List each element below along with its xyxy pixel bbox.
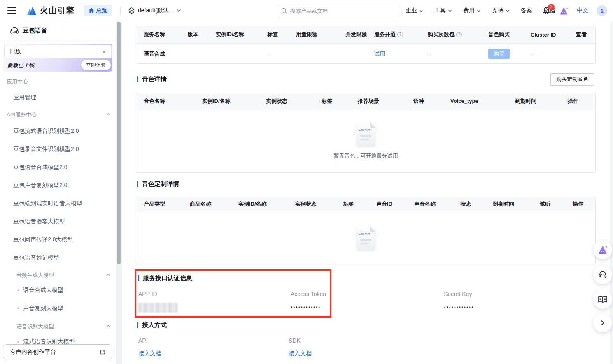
column-header: 操作	[568, 97, 595, 105]
sidebar-item-api-1[interactable]: 豆包录音文件识别模型2.0	[13, 146, 79, 153]
column-header: 试听	[540, 200, 573, 208]
api-label: API	[138, 337, 148, 344]
chevron-down-icon	[477, 9, 481, 12]
home-icon	[89, 8, 94, 13]
column-header: 实例ID/名称	[238, 200, 295, 208]
column-header: 声音名称	[414, 200, 461, 208]
chevron-up-icon[interactable]	[106, 113, 110, 116]
api-doc-link[interactable]: 接入文档	[138, 350, 161, 357]
sidebar-item-api-3[interactable]: 豆包声音复刻模型2.0	[13, 182, 67, 189]
volcengine-logo[interactable]: 火山引擎	[26, 5, 75, 16]
menu-icp[interactable]: 备案	[521, 7, 532, 14]
secret-key-value: ************	[444, 305, 474, 311]
sidebar-header: AI 豆包语音	[0, 21, 116, 40]
chevron-down-icon	[419, 9, 423, 12]
sidebar-item-voice-clone-large[interactable]: 声音复刻大模型	[23, 305, 63, 312]
bullet-dot	[17, 289, 19, 291]
column-header: 服务开通?	[374, 31, 428, 38]
cluster-id-value: --	[531, 51, 576, 57]
empty-state-text: 暂无音色，可开通服务试用	[334, 152, 398, 160]
audio-creation-platform-link[interactable]: 有声内容创作平台	[3, 344, 112, 359]
column-header: 音色购买	[488, 31, 531, 38]
section-accent-bar	[137, 76, 138, 82]
column-header: 状态	[461, 200, 493, 208]
menu-support[interactable]: 支持	[492, 7, 510, 14]
navbar-menus: 企业 工具 费用 支持 备案 文档	[406, 0, 555, 21]
column-header: 语种	[413, 97, 450, 105]
custom-table-header: 产品类型 商品名称 实例ID/名称 实例状态 标签 声音ID 声音名称 状态 到…	[136, 197, 595, 211]
group-audio-gen: 音频生成大模型	[16, 271, 54, 279]
project-selector[interactable]: default(默认...	[128, 7, 181, 14]
column-header: 服务名称	[144, 31, 188, 38]
docs-float-button[interactable]	[593, 290, 612, 309]
custom-section-title: 音色定制详情	[137, 180, 179, 188]
custom-voice-table: 产品类型 商品名称 实例ID/名称 实例状态 标签 声音ID 声音名称 状态 到…	[136, 197, 596, 265]
chevron-up-icon[interactable]	[106, 274, 110, 276]
sidebar-item-api-4[interactable]: 豆包端到端实时语音大模型	[13, 200, 82, 207]
help-icon[interactable]: ?	[397, 32, 403, 37]
column-header: 产品类型	[144, 200, 190, 208]
package-value: --	[428, 51, 488, 57]
book-icon	[598, 295, 608, 304]
sidebar-item-app-management[interactable]: 应用管理	[13, 94, 36, 101]
chevron-up-icon[interactable]	[106, 325, 110, 327]
sdk-label: SDK	[289, 337, 301, 344]
secret-key-label: Secret Key	[444, 291, 472, 297]
menu-enterprise[interactable]: 企业	[406, 7, 423, 14]
sidebar-item-api-5[interactable]: 豆包语音播客大模型	[13, 218, 65, 225]
column-header: 到期时间	[515, 97, 568, 105]
trial-link[interactable]: 试用	[374, 51, 385, 57]
chevron-down-icon	[102, 50, 106, 53]
try-now-button[interactable]: 立即体验	[81, 60, 111, 70]
group-asr: 语音识别大模型	[16, 323, 54, 330]
sidebar-item-api-6[interactable]: 豆包同声传译2.0大模型	[13, 236, 73, 243]
notifications-button[interactable]: 2	[543, 7, 551, 15]
ai-assistant-icon[interactable]	[559, 6, 569, 15]
sidebar-item-api-7[interactable]: 豆包语音妙记模型	[13, 254, 59, 262]
support-float-button[interactable]	[593, 265, 612, 284]
navbar-divider	[120, 7, 121, 15]
top-navbar: 火山引擎 总览 default(默认... 企业 工具	[0, 0, 613, 21]
sidebar-item-api-0[interactable]: 豆包流式语音识别模型2.0	[13, 128, 79, 135]
menu-tools[interactable]: 工具	[434, 7, 452, 14]
group-api-center: API服务中心	[7, 111, 37, 118]
custom-table-empty-state: EMPTY	[136, 211, 595, 265]
bullet-dot	[17, 307, 19, 309]
search-box	[277, 5, 400, 17]
service-tag: –	[267, 51, 296, 57]
help-icon[interactable]: ?	[456, 32, 462, 37]
main-content: 服务名称 版本 实例ID/名称 标签 用量限额 并发限额 服务开通? 购买次数包…	[122, 21, 613, 364]
new-version-text: 新版已上线	[7, 62, 34, 69]
hamburger-menu-icon[interactable]	[7, 7, 16, 14]
ai-assistant-icon	[597, 245, 608, 255]
ai-assistant-float-button[interactable]	[593, 240, 612, 259]
overview-button[interactable]: 总览	[84, 5, 112, 16]
language-switcher[interactable]: 中文	[577, 7, 588, 14]
layers-icon	[128, 7, 135, 14]
search-input[interactable]	[290, 8, 396, 14]
main-scrollbar-track	[610, 21, 613, 364]
version-select[interactable]: 旧版	[4, 45, 112, 58]
chevron-down-icon	[177, 9, 181, 12]
menu-billing[interactable]: 费用	[463, 7, 481, 14]
buy-custom-voice-button[interactable]: 购买定制音色	[550, 73, 594, 86]
column-header: 实例ID/名称	[216, 31, 267, 38]
collapse-float-button[interactable]	[593, 313, 612, 332]
headset-ai-icon: AI	[10, 26, 19, 35]
column-header: 实例状态	[295, 200, 343, 208]
sidebar-scrollbar-thumb[interactable]	[117, 22, 121, 264]
column-header: 用量限额	[296, 31, 345, 38]
sidebar-item-api-2[interactable]: 豆包语音合成模型2.0	[13, 164, 67, 171]
avatar[interactable]: 1	[597, 5, 607, 16]
sidebar-title: 豆包语音	[23, 27, 47, 35]
column-header: 操作	[573, 200, 595, 208]
column-header: 标签	[267, 31, 296, 38]
service-name: 语音合成	[144, 50, 188, 58]
service-table-row: 语音合成 – 试用 -- 购买 --	[136, 44, 595, 64]
buy-button[interactable]: 购买	[488, 49, 510, 59]
sidebar-item-tts-large[interactable]: 语音合成大模型	[23, 287, 63, 294]
logo-text: 火山引擎	[40, 5, 75, 16]
navbar-right: 2 中文 1	[543, 0, 607, 21]
external-link-icon	[100, 349, 105, 355]
sdk-doc-link[interactable]: 接入文档	[289, 350, 312, 357]
